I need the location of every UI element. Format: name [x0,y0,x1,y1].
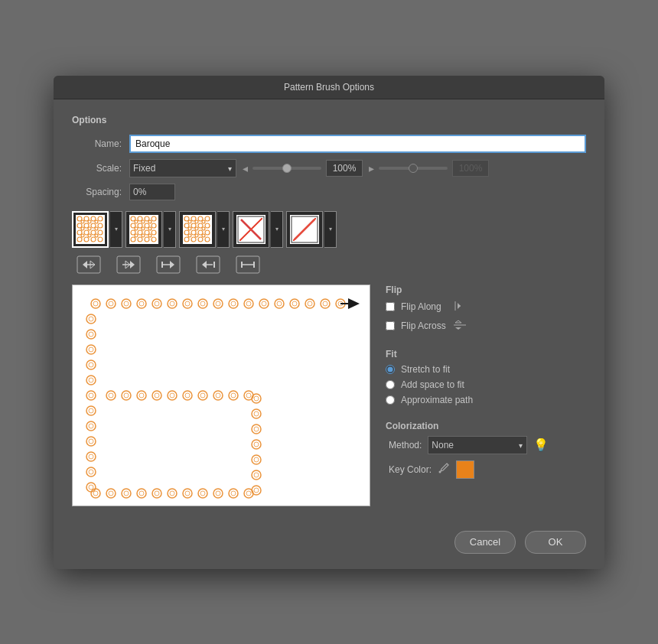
svg-marker-97 [202,261,207,268]
svg-marker-85 [83,261,87,268]
end-tile-btn[interactable] [286,211,323,248]
approximate-path-row: Approximate path [386,395,586,405]
scale-slider-2[interactable] [379,167,448,170]
baroque-svg-2 [129,215,158,244]
main-content: Flip Flip Along [72,285,586,506]
dialog-title: Pattern Brush Options [54,76,604,99]
arrows-row [75,254,586,275]
colorization-label: Colorization [386,421,586,431]
right-panel: Flip Flip Along [386,285,586,506]
svg-rect-103 [253,262,255,268]
outer-corner-tile-btn[interactable] [125,211,162,248]
inner-corner-tile-dropdown[interactable]: ▾ [217,211,230,248]
slash-svg-1 [236,215,265,244]
ok-button[interactable]: OK [525,531,586,554]
cancel-button[interactable]: Cancel [454,531,516,554]
flip-along-label: Flip Along [401,301,441,312]
key-color-label: Key Color: [389,464,432,475]
scale-max-input[interactable] [452,160,489,177]
arrow-btn-1[interactable] [75,254,103,275]
scale-slider-1[interactable] [252,167,321,170]
start-tile-btn[interactable] [233,211,269,248]
eyedropper-icon[interactable] [438,462,450,476]
name-label: Name: [72,138,122,149]
method-label: Method: [389,440,422,450]
svg-marker-225 [455,320,461,323]
scale-min-icon: ◂ [243,162,248,174]
key-color-swatch[interactable] [456,460,474,479]
baroque-svg-3 [183,215,212,244]
title-text: Pattern Brush Options [284,82,374,93]
stretch-to-fit-row: Stretch to fit [386,364,586,375]
arrow-btn-2[interactable] [115,254,142,275]
tiles-section: ▾ [72,211,586,248]
add-space-to-fit-label: Add space to fit [401,379,464,390]
svg-rect-82 [292,216,318,242]
svg-rect-104 [73,285,370,506]
svg-rect-79 [238,216,264,242]
preview-svg [73,285,370,506]
lightbulb-icon[interactable]: 💡 [533,437,549,452]
pattern-brush-options-dialog: Pattern Brush Options Options Name: Scal… [54,76,604,569]
stretch-to-fit-radio[interactable] [386,365,395,374]
side-tile-btn[interactable] [72,211,109,248]
tile-4-wrapper: ▾ [233,211,286,248]
arrow-btn-5[interactable] [234,254,262,275]
scale-max-icon: ▸ [369,162,374,174]
svg-rect-95 [161,262,163,268]
outer-corner-tile-dropdown[interactable]: ▾ [164,211,176,248]
side-tile-dropdown[interactable]: ▾ [110,211,122,248]
svg-rect-99 [213,262,215,268]
inner-corner-tile-pattern [183,215,212,244]
start-tile-slash [236,215,265,244]
end-tile-slash [290,215,319,244]
scale-min-input[interactable] [326,160,363,177]
svg-rect-81 [290,215,319,244]
footer: Cancel OK [72,522,586,554]
flip-across-icon [452,319,467,333]
approximate-path-radio[interactable] [386,395,395,405]
svg-rect-101 [241,262,243,268]
side-tile-pattern [76,215,105,244]
arrow-svg-5 [236,255,260,274]
start-tile-dropdown[interactable]: ▾ [271,211,283,248]
baroque-svg-1 [76,215,105,244]
arrow-svg-2 [116,255,141,274]
arrow-btn-4[interactable] [194,254,222,275]
colorization-section: Colorization Method: None Tints Tints an… [386,421,586,479]
flip-across-label: Flip Across [401,320,446,331]
add-space-to-fit-row: Add space to fit [386,379,586,390]
tile-1-wrapper: ▾ [72,211,125,248]
method-select[interactable]: None Tints Tints and Shades Hue Shift [428,436,527,454]
method-select-wrapper: None Tints Tints and Shades Hue Shift [428,436,527,454]
key-color-row: Key Color: [389,460,586,479]
options-section: Options Name: Scale: Fixed Proportional … [72,115,586,200]
fit-section: Fit Stretch to fit Add space to fit Appr… [386,349,586,410]
scale-row: Scale: Fixed Proportional ◂ ▸ [72,159,586,177]
name-input[interactable] [129,135,586,153]
flip-along-row: Flip Along [386,300,586,314]
flip-label: Flip [386,285,586,295]
tile-5-wrapper: ▾ [286,211,340,248]
name-row: Name: [72,135,586,153]
svg-line-83 [295,220,314,239]
spacing-input[interactable] [129,184,175,200]
add-space-to-fit-radio[interactable] [386,380,395,389]
flip-across-row: Flip Across [386,319,586,333]
svg-marker-226 [455,327,461,330]
flip-along-icon [448,300,463,314]
scale-select[interactable]: Fixed Proportional [129,159,236,177]
svg-rect-78 [236,215,265,244]
svg-marker-91 [130,261,135,268]
arrow-btn-3[interactable] [155,254,182,275]
flip-across-checkbox[interactable] [386,321,395,330]
flip-section: Flip Flip Along [386,285,586,338]
scale-label: Scale: [72,163,122,174]
svg-marker-94 [170,261,174,268]
options-label: Options [72,115,586,125]
end-tile-dropdown[interactable]: ▾ [324,211,337,248]
inner-corner-tile-btn[interactable] [179,211,216,248]
scale-slider-1-container: ◂ [243,160,363,177]
fit-label: Fit [386,349,586,359]
flip-along-checkbox[interactable] [386,302,395,311]
